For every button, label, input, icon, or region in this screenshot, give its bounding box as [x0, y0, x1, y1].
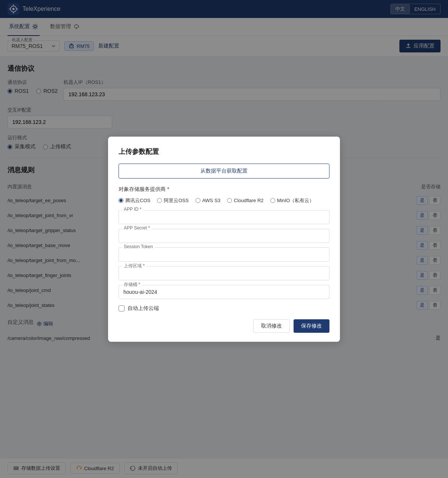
auto-upload-checkbox-row: 自动上传云端: [119, 305, 329, 312]
aliyun-label: 阿里云OSS: [164, 197, 188, 204]
upload-config-modal: 上传参数配置 从数据平台获取配置 对象存储服务提供商 * 腾讯云COS 阿里云O…: [108, 137, 340, 342]
save-button[interactable]: 保存修改: [294, 319, 329, 333]
app-secret-field: APP Secret *: [119, 229, 329, 243]
minio-label: MinIO（私有云）: [277, 197, 314, 204]
app-secret-label: APP Secret *: [122, 225, 151, 231]
cancel-button[interactable]: 取消修改: [253, 319, 290, 333]
upload-region-input[interactable]: [119, 266, 329, 280]
tencent-label: 腾讯云COS: [125, 197, 150, 204]
tencent-cos-radio[interactable]: 腾讯云COS: [119, 197, 150, 204]
session-token-label: Session Token: [122, 244, 154, 249]
bucket-label: 存储桶 *: [122, 281, 142, 288]
bucket-input[interactable]: [119, 285, 329, 299]
modal-title: 上传参数配置: [119, 147, 329, 156]
fetch-config-button[interactable]: 从数据平台获取配置: [119, 164, 329, 179]
modal-footer: 取消修改 保存修改: [119, 319, 329, 333]
aws-s3-radio[interactable]: AWS S3: [196, 198, 221, 203]
app-id-label: APP ID *: [122, 207, 143, 212]
cloudflare-r2-radio[interactable]: Cloudflare R2: [227, 198, 264, 203]
app-secret-input[interactable]: [119, 229, 329, 243]
session-token-input[interactable]: [119, 247, 329, 262]
minio-radio[interactable]: MinIO（私有云）: [270, 197, 314, 204]
storage-provider-label: 对象存储服务提供商 *: [119, 186, 329, 193]
app-id-field: APP ID *: [119, 210, 329, 224]
aws-label: AWS S3: [202, 198, 221, 203]
storage-provider-radio-group: 腾讯云COS 阿里云OSS AWS S3 Cloudflare R2 MinIO…: [119, 197, 329, 204]
upload-region-field: 上传区域 *: [119, 266, 329, 280]
modal-overlay: 上传参数配置 从数据平台获取配置 对象存储服务提供商 * 腾讯云COS 阿里云O…: [0, 0, 448, 352]
app-id-input[interactable]: [119, 210, 329, 224]
session-token-field: Session Token: [119, 247, 329, 262]
cloudflare-r2-label: Cloudflare R2: [234, 198, 264, 203]
auto-upload-checkbox-label[interactable]: 自动上传云端: [128, 305, 159, 312]
auto-upload-checkbox[interactable]: [119, 305, 125, 311]
upload-region-label: 上传区域 *: [122, 263, 146, 269]
bucket-field: 存储桶 *: [119, 285, 329, 299]
aliyun-oss-radio[interactable]: 阿里云OSS: [157, 197, 188, 204]
